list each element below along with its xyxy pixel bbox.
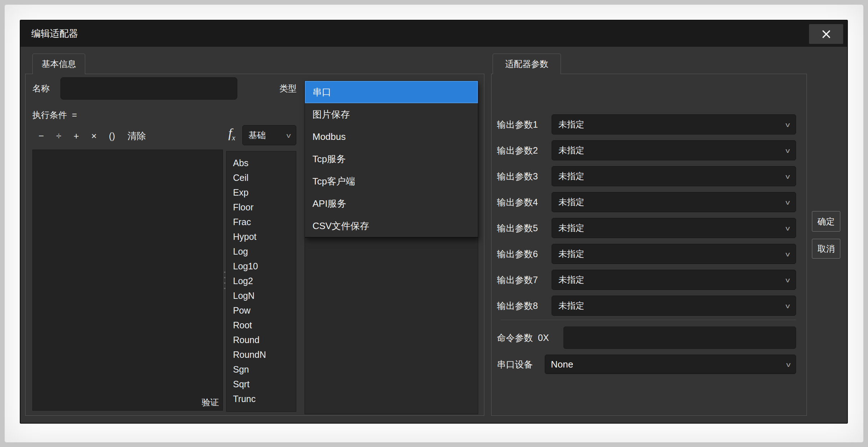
desktop-background: 编辑适配器 基本信息 适配器参数 名称 类型 串口图片保存ModbusTcp服务… bbox=[0, 0, 868, 447]
type-option[interactable]: 串口 bbox=[305, 81, 478, 103]
type-option[interactable]: API服务 bbox=[305, 192, 478, 215]
type-option[interactable]: Modbus bbox=[305, 126, 478, 148]
ok-button[interactable]: 确定 bbox=[812, 211, 840, 232]
close-icon bbox=[822, 29, 831, 39]
type-list-items: 串口图片保存ModbusTcp服务Tcp客户端API服务CSV文件保存 bbox=[305, 81, 478, 238]
tab-adapter-params[interactable]: 适配器参数 bbox=[493, 54, 561, 74]
type-listbox: 串口图片保存ModbusTcp服务Tcp客户端API服务CSV文件保存 bbox=[305, 81, 478, 414]
close-button[interactable] bbox=[809, 24, 843, 44]
dialog-title: 编辑适配器 bbox=[31, 20, 78, 47]
type-option[interactable]: Tcp服务 bbox=[305, 148, 478, 170]
type-option[interactable]: CSV文件保存 bbox=[305, 215, 478, 237]
adapter-params-panel bbox=[491, 74, 807, 416]
edit-adapter-dialog: 编辑适配器 基本信息 适配器参数 名称 类型 串口图片保存ModbusTcp服务… bbox=[20, 20, 848, 424]
tab-basic-info[interactable]: 基本信息 bbox=[32, 54, 85, 74]
cancel-button[interactable]: 取消 bbox=[812, 239, 840, 259]
dialog-titlebar[interactable]: 编辑适配器 bbox=[20, 20, 847, 47]
type-option[interactable]: Tcp客户端 bbox=[305, 170, 478, 192]
type-option[interactable]: 图片保存 bbox=[305, 103, 478, 126]
